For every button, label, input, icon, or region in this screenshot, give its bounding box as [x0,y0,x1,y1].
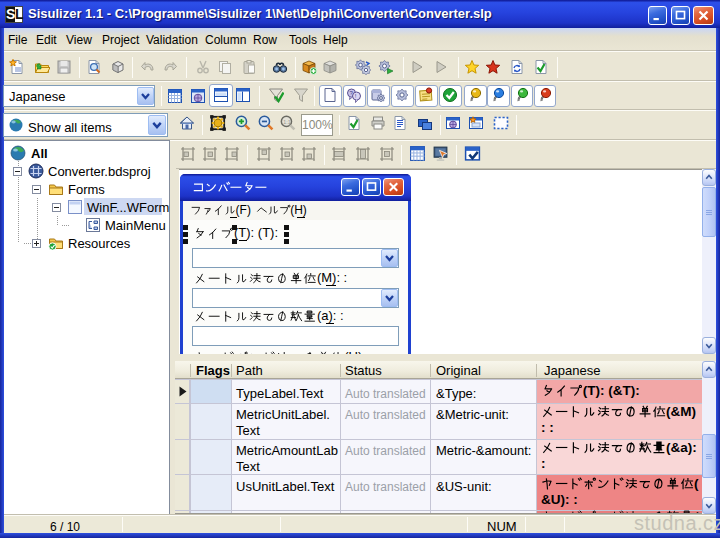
svg-text:(H): (H) [290,203,307,217]
svg-text:(T): (&T):: (T): (&T): [583,383,640,398]
svg-text:(&M): (&M) [666,404,696,419]
svg-text:(&a):: (&a): [666,440,697,455]
svg-text:(: ( [694,476,699,491]
svg-text:(U): :: (U): : [344,349,373,354]
svg-text:(M): :: (M): : [317,270,347,285]
svg-text:(F): (F) [236,203,251,217]
svg-text:(a): :: (a): : [317,308,344,323]
svg-text:(T): (T):: (T): (T): [234,225,278,240]
svg-text:: :: : : [541,420,554,435]
svg-text:&U): :: &U): : [541,492,578,507]
svg-text:1:1: 1:1 [283,119,290,125]
svg-text::: : [541,456,546,471]
